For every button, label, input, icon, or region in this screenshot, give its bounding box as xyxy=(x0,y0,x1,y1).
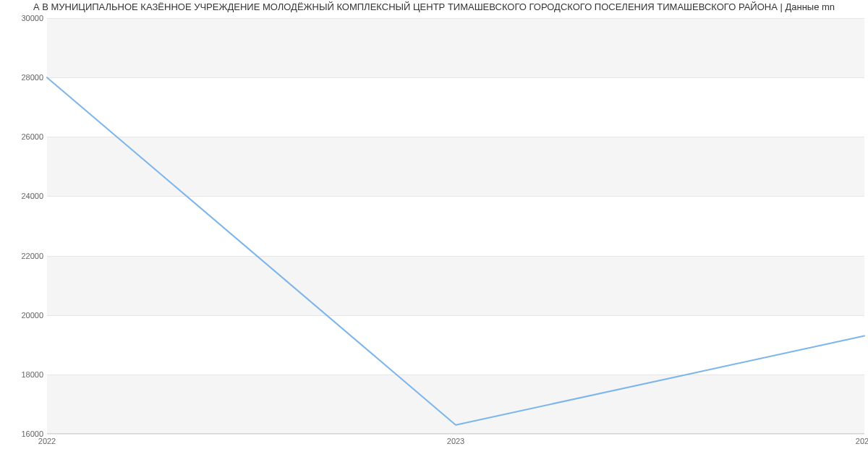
y-tick-label: 22000 xyxy=(4,252,43,260)
data-series xyxy=(47,77,864,425)
line-layer xyxy=(47,18,864,434)
y-tick-label: 18000 xyxy=(4,370,43,379)
y-tick-label: 24000 xyxy=(4,192,43,200)
y-tick-label: 30000 xyxy=(4,14,43,22)
x-tick-label: 2024 xyxy=(856,437,868,445)
y-tick-label: 16000 xyxy=(4,430,43,438)
x-tick-label: 2022 xyxy=(38,437,56,445)
y-tick-label: 28000 xyxy=(4,73,43,82)
x-tick-label: 2023 xyxy=(447,437,464,445)
plot-area xyxy=(47,18,864,434)
chart-container: А В МУНИЦИПАЛЬНОЕ КАЗЁННОЕ УЧРЕЖДЕНИЕ МО… xyxy=(0,0,868,470)
y-tick-label: 20000 xyxy=(4,311,43,320)
chart-title: А В МУНИЦИПАЛЬНОЕ КАЗЁННОЕ УЧРЕЖДЕНИЕ МО… xyxy=(0,1,868,12)
grid-line xyxy=(47,434,864,435)
y-tick-label: 26000 xyxy=(4,132,43,141)
x-axis-line xyxy=(47,433,864,434)
